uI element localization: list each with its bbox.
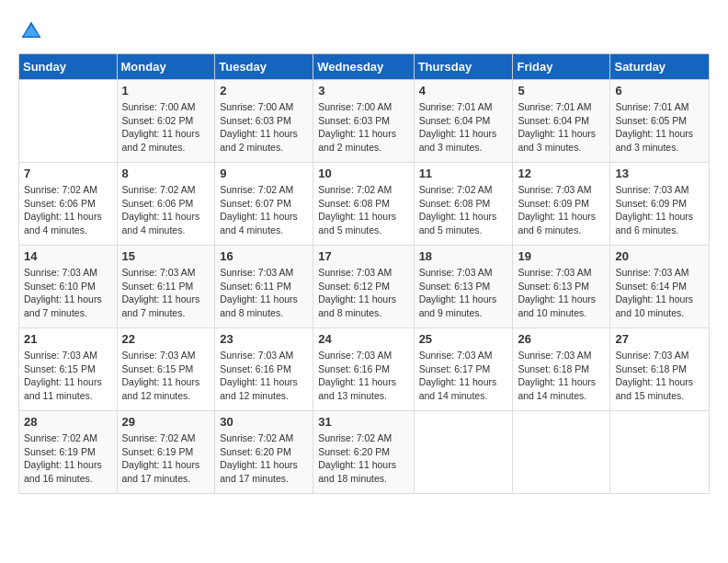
day-info: Sunrise: 7:03 AMSunset: 6:09 PMDaylight:… <box>615 183 704 237</box>
day-number: 8 <box>122 167 210 180</box>
calendar-cell: 21Sunrise: 7:03 AMSunset: 6:15 PMDayligh… <box>19 328 118 411</box>
calendar-cell: 16Sunrise: 7:03 AMSunset: 6:11 PMDayligh… <box>215 246 313 328</box>
day-number: 23 <box>220 332 308 346</box>
calendar-table: SundayMondayTuesdayWednesdayThursdayFrid… <box>18 53 710 494</box>
day-info: Sunrise: 7:02 AMSunset: 6:19 PMDaylight:… <box>122 431 210 486</box>
day-number: 3 <box>318 84 408 98</box>
calendar-cell: 8Sunrise: 7:02 AMSunset: 6:06 PMDaylight… <box>117 163 215 246</box>
logo <box>18 18 48 44</box>
day-info: Sunrise: 7:02 AMSunset: 6:07 PMDaylight:… <box>220 183 308 237</box>
day-number: 10 <box>318 167 408 180</box>
calendar-cell: 3Sunrise: 7:00 AMSunset: 6:03 PMDaylight… <box>313 80 414 163</box>
day-number: 2 <box>220 84 308 98</box>
calendar-cell: 14Sunrise: 7:03 AMSunset: 6:10 PMDayligh… <box>19 246 118 328</box>
day-number: 28 <box>24 415 112 429</box>
calendar-cell: 9Sunrise: 7:02 AMSunset: 6:07 PMDaylight… <box>215 163 313 246</box>
calendar-cell: 18Sunrise: 7:03 AMSunset: 6:13 PMDayligh… <box>414 246 513 328</box>
day-info: Sunrise: 7:02 AMSunset: 6:06 PMDaylight:… <box>24 183 112 237</box>
calendar-cell: 29Sunrise: 7:02 AMSunset: 6:19 PMDayligh… <box>117 411 215 494</box>
day-number: 13 <box>615 167 704 180</box>
day-number: 27 <box>615 332 704 346</box>
day-number: 18 <box>419 249 508 263</box>
day-number: 17 <box>318 249 408 263</box>
calendar-cell: 10Sunrise: 7:02 AMSunset: 6:08 PMDayligh… <box>313 163 414 246</box>
calendar-cell: 22Sunrise: 7:03 AMSunset: 6:15 PMDayligh… <box>117 328 215 411</box>
day-info: Sunrise: 7:03 AMSunset: 6:10 PMDaylight:… <box>24 266 112 320</box>
calendar-week-2: 7Sunrise: 7:02 AMSunset: 6:06 PMDaylight… <box>19 163 710 246</box>
calendar-cell: 24Sunrise: 7:03 AMSunset: 6:16 PMDayligh… <box>313 328 414 411</box>
day-info: Sunrise: 7:03 AMSunset: 6:13 PMDaylight:… <box>419 266 508 320</box>
calendar-cell: 31Sunrise: 7:02 AMSunset: 6:20 PMDayligh… <box>313 411 414 494</box>
day-info: Sunrise: 7:02 AMSunset: 6:19 PMDaylight:… <box>24 431 112 486</box>
column-header-monday: Monday <box>117 54 215 80</box>
calendar-cell: 7Sunrise: 7:02 AMSunset: 6:06 PMDaylight… <box>19 163 118 246</box>
day-info: Sunrise: 7:02 AMSunset: 6:08 PMDaylight:… <box>318 183 408 237</box>
day-info: Sunrise: 7:03 AMSunset: 6:15 PMDaylight:… <box>24 349 112 403</box>
day-info: Sunrise: 7:02 AMSunset: 6:20 PMDaylight:… <box>318 431 408 486</box>
calendar-week-3: 14Sunrise: 7:03 AMSunset: 6:10 PMDayligh… <box>19 246 710 328</box>
day-info: Sunrise: 7:01 AMSunset: 6:05 PMDaylight:… <box>615 100 704 155</box>
day-number: 15 <box>122 249 210 263</box>
day-number: 1 <box>122 84 210 98</box>
logo-icon <box>18 18 44 44</box>
day-info: Sunrise: 7:03 AMSunset: 6:11 PMDaylight:… <box>122 266 210 320</box>
calendar-cell: 27Sunrise: 7:03 AMSunset: 6:18 PMDayligh… <box>610 328 710 411</box>
day-info: Sunrise: 7:03 AMSunset: 6:16 PMDaylight:… <box>220 349 308 403</box>
day-info: Sunrise: 7:03 AMSunset: 6:18 PMDaylight:… <box>518 349 605 403</box>
day-number: 20 <box>615 249 704 263</box>
column-header-wednesday: Wednesday <box>313 54 414 80</box>
calendar-week-5: 28Sunrise: 7:02 AMSunset: 6:19 PMDayligh… <box>19 411 710 494</box>
day-number: 29 <box>122 415 210 429</box>
day-number: 25 <box>419 332 508 346</box>
day-number: 11 <box>419 167 508 180</box>
day-info: Sunrise: 7:01 AMSunset: 6:04 PMDaylight:… <box>419 100 508 155</box>
day-number: 9 <box>220 167 308 180</box>
calendar-cell <box>513 411 610 494</box>
day-number: 5 <box>518 84 605 98</box>
day-number: 7 <box>24 167 112 180</box>
calendar-cell: 28Sunrise: 7:02 AMSunset: 6:19 PMDayligh… <box>19 411 118 494</box>
calendar-cell: 25Sunrise: 7:03 AMSunset: 6:17 PMDayligh… <box>414 328 513 411</box>
calendar-cell <box>19 80 118 163</box>
day-info: Sunrise: 7:01 AMSunset: 6:04 PMDaylight:… <box>518 100 605 155</box>
day-number: 19 <box>518 249 605 263</box>
day-info: Sunrise: 7:00 AMSunset: 6:02 PMDaylight:… <box>122 100 210 155</box>
calendar-cell <box>414 411 513 494</box>
day-number: 4 <box>419 84 508 98</box>
day-number: 31 <box>318 415 408 429</box>
calendar-week-4: 21Sunrise: 7:03 AMSunset: 6:15 PMDayligh… <box>19 328 710 411</box>
column-header-saturday: Saturday <box>610 54 710 80</box>
column-header-sunday: Sunday <box>19 54 118 80</box>
day-number: 26 <box>518 332 605 346</box>
calendar-cell: 11Sunrise: 7:02 AMSunset: 6:08 PMDayligh… <box>414 163 513 246</box>
day-info: Sunrise: 7:03 AMSunset: 6:11 PMDaylight:… <box>220 266 308 320</box>
calendar-header-row: SundayMondayTuesdayWednesdayThursdayFrid… <box>19 54 710 80</box>
day-number: 21 <box>24 332 112 346</box>
day-info: Sunrise: 7:02 AMSunset: 6:20 PMDaylight:… <box>220 431 308 486</box>
calendar-cell: 30Sunrise: 7:02 AMSunset: 6:20 PMDayligh… <box>215 411 313 494</box>
day-info: Sunrise: 7:03 AMSunset: 6:12 PMDaylight:… <box>318 266 408 320</box>
calendar-cell: 20Sunrise: 7:03 AMSunset: 6:14 PMDayligh… <box>610 246 710 328</box>
calendar-cell: 6Sunrise: 7:01 AMSunset: 6:05 PMDaylight… <box>610 80 710 163</box>
day-info: Sunrise: 7:02 AMSunset: 6:06 PMDaylight:… <box>122 183 210 237</box>
calendar-cell: 15Sunrise: 7:03 AMSunset: 6:11 PMDayligh… <box>117 246 215 328</box>
day-info: Sunrise: 7:00 AMSunset: 6:03 PMDaylight:… <box>220 100 308 155</box>
day-number: 12 <box>518 167 605 180</box>
calendar-cell: 13Sunrise: 7:03 AMSunset: 6:09 PMDayligh… <box>610 163 710 246</box>
calendar-cell: 23Sunrise: 7:03 AMSunset: 6:16 PMDayligh… <box>215 328 313 411</box>
column-header-tuesday: Tuesday <box>215 54 313 80</box>
calendar-cell <box>610 411 710 494</box>
calendar-cell: 19Sunrise: 7:03 AMSunset: 6:13 PMDayligh… <box>513 246 610 328</box>
calendar-cell: 1Sunrise: 7:00 AMSunset: 6:02 PMDaylight… <box>117 80 215 163</box>
day-info: Sunrise: 7:03 AMSunset: 6:16 PMDaylight:… <box>318 349 408 403</box>
calendar-cell: 2Sunrise: 7:00 AMSunset: 6:03 PMDaylight… <box>215 80 313 163</box>
day-info: Sunrise: 7:03 AMSunset: 6:17 PMDaylight:… <box>419 349 508 403</box>
day-info: Sunrise: 7:03 AMSunset: 6:14 PMDaylight:… <box>615 266 704 320</box>
page-header <box>18 18 710 44</box>
day-number: 16 <box>220 249 308 263</box>
calendar-cell: 26Sunrise: 7:03 AMSunset: 6:18 PMDayligh… <box>513 328 610 411</box>
day-info: Sunrise: 7:02 AMSunset: 6:08 PMDaylight:… <box>419 183 508 237</box>
day-info: Sunrise: 7:03 AMSunset: 6:09 PMDaylight:… <box>518 183 605 237</box>
day-number: 22 <box>122 332 210 346</box>
calendar-week-1: 1Sunrise: 7:00 AMSunset: 6:02 PMDaylight… <box>19 80 710 163</box>
